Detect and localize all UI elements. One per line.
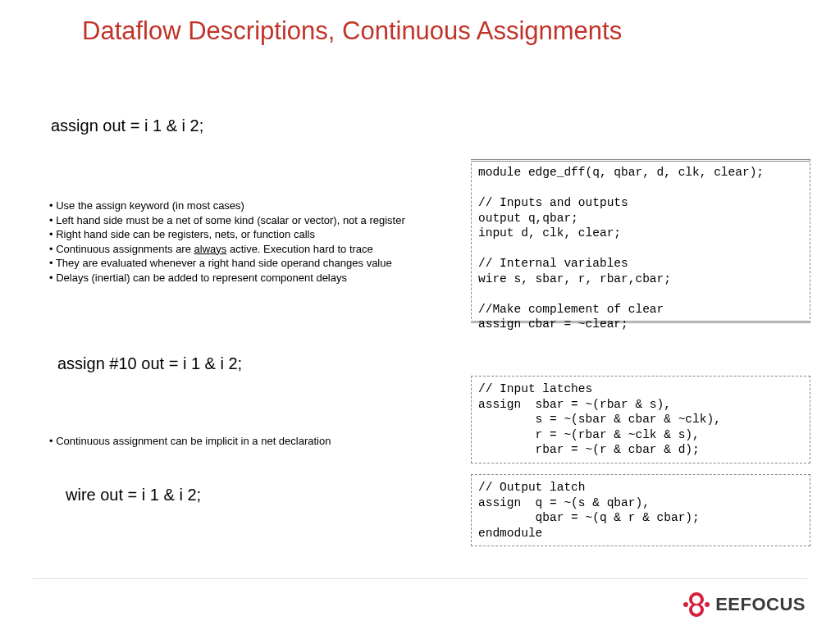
svg-point-0 bbox=[683, 602, 688, 607]
svg-point-1 bbox=[705, 602, 710, 607]
bullet-item: • Right hand side can be registers, nets… bbox=[49, 227, 447, 242]
bullet-list-2: • Continuous assignment can be implicit … bbox=[49, 435, 435, 447]
bullet-item: • Continuous assignment can be implicit … bbox=[49, 435, 435, 447]
divider bbox=[33, 578, 807, 579]
wire-statement: wire out = i 1 & i 2; bbox=[66, 486, 201, 504]
assign-statement-2: assign #10 out = i 1 & i 2; bbox=[57, 354, 242, 373]
code-block-input-latches: // Input latches assign sbar = ~(rbar & … bbox=[471, 376, 810, 463]
bullet-item: • They are evaluated whenever a right ha… bbox=[49, 256, 447, 271]
logo-text: EEFOCUS bbox=[715, 594, 806, 615]
bullet-item: • Continuous assignments are always acti… bbox=[49, 242, 447, 257]
code-block-output-latch: // Output latch assign q = ~(s & qbar), … bbox=[471, 474, 810, 546]
bullet-list-1: • Use the assign keyword (in most cases)… bbox=[49, 199, 447, 285]
code-block-module: module edge_dff(q, qbar, d, clk, clear);… bbox=[471, 159, 810, 323]
logo-icon bbox=[682, 591, 710, 619]
slide-title: Dataflow Descriptions, Continuous Assign… bbox=[82, 16, 807, 46]
bullet-item: • Left hand side must be a net of some k… bbox=[49, 213, 447, 228]
assign-statement-1: assign out = i 1 & i 2; bbox=[51, 116, 203, 135]
bullet-item: • Use the assign keyword (in most cases) bbox=[49, 199, 447, 213]
underlined-word: always bbox=[194, 243, 227, 255]
eefocus-logo: EEFOCUS bbox=[682, 591, 806, 619]
bullet-item: • Delays (inertial) can be added to repr… bbox=[49, 271, 447, 285]
